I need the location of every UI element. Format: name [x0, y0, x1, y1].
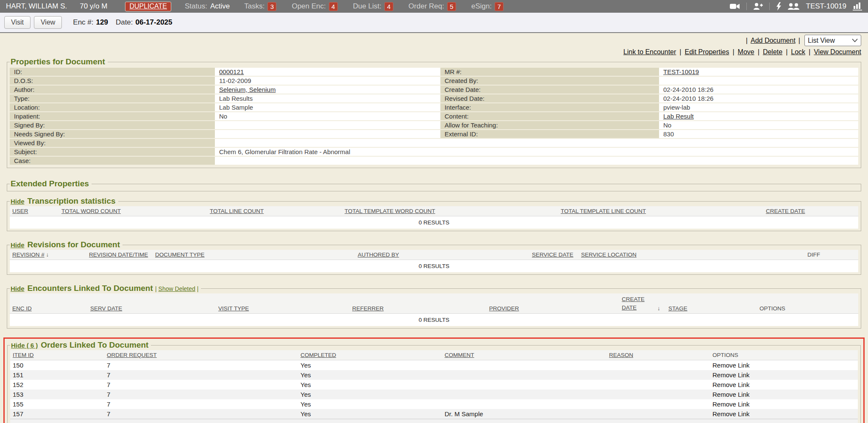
order-reason: [606, 370, 710, 380]
col-header-revision-datetime[interactable]: REVISION DATE/TIME: [89, 252, 148, 258]
lightning-icon[interactable]: [776, 2, 782, 11]
remove-link-button[interactable]: Remove Link: [712, 401, 750, 408]
col-header-reason[interactable]: REASON: [609, 352, 633, 358]
order-comment: [442, 370, 606, 380]
hide-revisions-link[interactable]: Hide: [11, 241, 25, 249]
order-item-id: 151: [10, 370, 104, 380]
property-value: No: [215, 112, 440, 120]
property-value: 830: [659, 130, 858, 138]
col-header-authored-by[interactable]: AUTHORED BY: [358, 252, 399, 258]
col-header-serv-date[interactable]: SERV DATE: [90, 305, 122, 312]
view-button[interactable]: View: [34, 16, 62, 29]
order-row: 153 7 Yes Remove Link: [10, 390, 858, 399]
hide-transcription-link[interactable]: Hide: [11, 198, 25, 205]
col-header-visit-type[interactable]: VISIT TYPE: [218, 305, 249, 312]
order-row: 151 7 Yes Remove Link: [10, 370, 858, 380]
col-header-completed[interactable]: COMPLETED: [300, 352, 336, 358]
property-label: D.O.S:: [10, 77, 215, 85]
order-request: 7: [104, 370, 298, 380]
order-request: 7: [104, 399, 298, 409]
person-add-icon[interactable]: [753, 3, 763, 10]
order-reason: [606, 409, 710, 419]
author-link[interactable]: Selenium, Selenium: [219, 86, 275, 93]
order-request: 7: [104, 380, 298, 390]
col-header-revision-number[interactable]: REVISION #: [12, 252, 45, 258]
col-header-comment[interactable]: COMMENT: [445, 352, 474, 358]
view-document-link[interactable]: View Document: [814, 48, 861, 56]
property-value: [659, 77, 858, 85]
esign-count-badge[interactable]: 7: [495, 2, 504, 11]
delete-link[interactable]: Delete: [763, 48, 782, 56]
mr-number-link[interactable]: TEST-10019: [663, 68, 699, 75]
col-header-create-date[interactable]: CREATE DATE: [766, 208, 805, 214]
hide-encounters-link[interactable]: Hide: [11, 285, 25, 292]
remove-link-button[interactable]: Remove Link: [712, 410, 750, 417]
show-deleted-link[interactable]: Show Deleted: [159, 285, 195, 292]
col-header-create-date[interactable]: CREATE DATE: [622, 296, 645, 311]
col-header-order-request[interactable]: ORDER REQUEST: [107, 352, 157, 358]
remove-link-button[interactable]: Remove Link: [712, 371, 750, 379]
due-list-count-badge[interactable]: 4: [384, 2, 393, 11]
col-header-service-location[interactable]: SERVICE LOCATION: [581, 252, 637, 258]
open-enc-label: Open Enc:: [292, 2, 326, 11]
view-mode-value: List View: [808, 37, 835, 44]
property-value: [215, 121, 440, 129]
order-req-count-badge[interactable]: 5: [447, 2, 456, 11]
separator: |: [786, 48, 787, 56]
link-to-encounter-link[interactable]: Link to Encounter: [623, 48, 676, 56]
order-row: 150 7 Yes Remove Link: [10, 360, 858, 370]
property-row: Viewed By:: [10, 139, 858, 147]
col-header-service-date[interactable]: SERVICE DATE: [532, 252, 573, 258]
document-links-row: Link to Encounter | Edit Properties | Mo…: [7, 48, 861, 56]
status-value: Active: [210, 2, 230, 11]
view-mode-select[interactable]: List View: [804, 35, 861, 46]
visit-button[interactable]: Visit: [4, 16, 31, 29]
separator: |: [679, 48, 681, 56]
people-icon[interactable]: [788, 3, 800, 10]
col-header-total-template-word-count[interactable]: TOTAL TEMPLATE WORD COUNT: [345, 208, 435, 214]
transcription-title: Transcription statistics: [28, 196, 116, 205]
transcription-statistics-section: HideTranscription statistics USER TOTAL …: [7, 196, 861, 231]
encounters-linked-section: HideEncounters Linked To Document | Show…: [7, 284, 861, 329]
col-header-referrer[interactable]: REFERRER: [352, 305, 384, 312]
property-row: Location: Lab Sample Interface: pview-la…: [10, 103, 858, 111]
revisions-for-document-section: HideRevisions for Document REVISION # ↓ …: [7, 240, 861, 275]
move-link[interactable]: Move: [738, 48, 754, 56]
remove-link-button[interactable]: Remove Link: [712, 381, 750, 388]
property-label: Location:: [10, 103, 215, 111]
remove-link-button[interactable]: Remove Link: [712, 362, 750, 369]
property-label: Needs Signed By:: [10, 130, 215, 138]
duplicate-button[interactable]: DUPLICATE: [125, 2, 171, 11]
order-reason: [606, 399, 710, 409]
order-completed: Yes: [298, 409, 442, 419]
hide-orders-link[interactable]: Hide ( 6 ): [11, 342, 38, 349]
col-header-provider[interactable]: PROVIDER: [489, 305, 519, 312]
sort-descending-icon[interactable]: ↓: [657, 305, 660, 312]
col-header-total-word-count[interactable]: TOTAL WORD COUNT: [61, 208, 121, 214]
col-header-total-line-count[interactable]: TOTAL LINE COUNT: [210, 208, 264, 214]
col-header-stage[interactable]: STAGE: [668, 305, 687, 312]
document-id-link[interactable]: 0000121: [219, 68, 244, 75]
separator: |: [809, 48, 810, 56]
bar-chart-icon[interactable]: [853, 2, 862, 11]
order-request: 7: [104, 390, 298, 399]
order-comment: [442, 399, 606, 409]
col-header-total-template-line-count[interactable]: TOTAL TEMPLATE LINE COUNT: [561, 208, 646, 214]
remove-link-button[interactable]: Remove Link: [712, 391, 750, 398]
col-header-document-type[interactable]: DOCUMENT TYPE: [155, 252, 205, 258]
lock-link[interactable]: Lock: [791, 48, 805, 56]
open-enc-count-badge[interactable]: 4: [329, 2, 338, 11]
col-header-user[interactable]: USER: [12, 208, 28, 214]
edit-properties-link[interactable]: Edit Properties: [685, 48, 729, 56]
patient-demographics: 70 y/o M: [80, 2, 107, 11]
tasks-label: Tasks:: [244, 2, 264, 11]
col-header-enc-id[interactable]: ENC ID: [12, 305, 32, 312]
col-header-item-id[interactable]: ITEM ID: [13, 352, 34, 358]
property-value: Lab Sample: [215, 103, 440, 111]
content-link[interactable]: Lab Result: [663, 113, 694, 120]
tasks-count-badge[interactable]: 3: [267, 2, 276, 11]
sort-descending-icon[interactable]: ↓: [46, 252, 49, 258]
video-camera-icon[interactable]: [730, 3, 740, 10]
add-document-link[interactable]: Add Document: [751, 37, 796, 44]
col-header-diff: DIFF: [807, 252, 820, 258]
